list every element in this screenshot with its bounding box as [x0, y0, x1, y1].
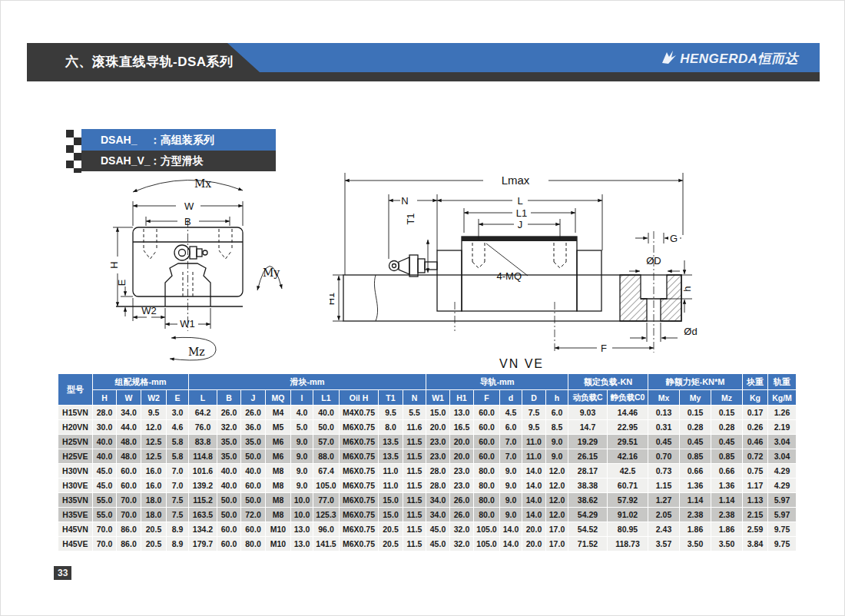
- value-cell: M6X0.75: [340, 508, 378, 522]
- value-cell: 57.0: [313, 435, 339, 449]
- col-header: Kg/M: [768, 390, 796, 405]
- col-header: 静负载C0: [608, 390, 648, 405]
- value-cell: M8: [266, 493, 290, 507]
- page-number-badge: 33: [54, 566, 71, 580]
- value-cell: 3.57: [648, 537, 679, 551]
- value-cell: 80.0: [241, 537, 265, 551]
- value-cell: 11.0: [522, 449, 545, 463]
- value-cell: 0.45: [648, 435, 679, 449]
- dim-label-w: W: [184, 200, 194, 212]
- value-cell: 5.97: [768, 493, 796, 507]
- table-row: H45VE70.086.020.58.9179.760.080.0M1013.0…: [58, 537, 796, 551]
- table-row: H30VE45.060.016.07.0139.240.060.0M89.010…: [58, 479, 796, 492]
- value-cell: 54.52: [568, 522, 607, 536]
- value-cell: 18.0: [141, 493, 166, 507]
- value-cell: 1.26: [768, 406, 796, 419]
- value-cell: 11.5: [403, 464, 426, 478]
- dim-label-t1: T1: [405, 213, 416, 224]
- value-cell: 14.0: [522, 464, 545, 478]
- value-cell: 23.0: [426, 449, 449, 463]
- value-cell: 7.0: [167, 464, 188, 478]
- dim-label-od-big: ØD: [646, 255, 661, 267]
- value-cell: M10: [266, 522, 290, 536]
- value-cell: 11.5: [403, 493, 426, 507]
- value-cell: 9.0: [291, 479, 313, 492]
- col-header: H1: [450, 390, 473, 405]
- value-cell: 36.0: [241, 420, 265, 434]
- value-cell: 28.0: [426, 464, 449, 478]
- value-cell: 9.0: [546, 435, 568, 449]
- value-cell: 10.0: [291, 493, 313, 507]
- col-header: W: [117, 390, 141, 405]
- dim-label-h: H: [108, 261, 120, 268]
- dim-label-mz: Mz: [188, 346, 205, 358]
- value-cell: 105.0: [474, 537, 499, 551]
- value-cell: 125.3: [313, 508, 339, 522]
- value-cell: 4.29: [768, 464, 796, 478]
- value-cell: M4: [266, 406, 290, 419]
- table-row: H35VE55.070.018.07.5163.550.072.0M810.01…: [58, 508, 796, 522]
- value-cell: 23.0: [450, 464, 473, 478]
- value-cell: 32.0: [217, 420, 240, 434]
- value-cell: 0.85: [680, 449, 711, 463]
- value-cell: 12.0: [546, 479, 568, 492]
- col-header: Mz: [711, 390, 742, 405]
- value-cell: 40.0: [313, 406, 339, 419]
- value-cell: 10.0: [291, 508, 313, 522]
- value-cell: 12.0: [546, 508, 568, 522]
- value-cell: 11.0: [379, 464, 403, 478]
- catalog-page: 六、滚珠直线导轨-DSA系列 HENGERDA恒而达 DSAH_：高组装系列 D…: [0, 0, 845, 616]
- value-cell: 67.4: [313, 464, 339, 478]
- value-cell: 12.0: [141, 420, 166, 434]
- value-cell: 13.5: [379, 449, 403, 463]
- dim-label-l1: L1: [516, 207, 527, 219]
- col-header: E: [167, 390, 188, 405]
- value-cell: 26.0: [217, 406, 240, 419]
- col-group-header: 块重: [743, 374, 767, 389]
- value-cell: 64.2: [189, 406, 217, 419]
- dim-label-h-depth: h: [681, 286, 693, 291]
- col-header: J: [241, 390, 265, 405]
- col-header: B: [217, 390, 240, 405]
- dim-label-g: G: [670, 233, 678, 244]
- value-cell: 5.97: [768, 508, 796, 522]
- model-cell: H15VN: [58, 406, 92, 419]
- model-cell: H35VN: [58, 493, 92, 507]
- value-cell: 60.0: [217, 522, 240, 536]
- col-header: D: [522, 390, 545, 405]
- value-cell: 45.0: [426, 537, 449, 551]
- value-cell: 1.17: [743, 479, 767, 492]
- value-cell: 1.36: [680, 479, 711, 492]
- value-cell: 14.46: [608, 406, 648, 419]
- value-cell: 9.0: [291, 464, 313, 478]
- value-cell: 115.2: [189, 493, 217, 507]
- value-cell: 4.29: [768, 479, 796, 492]
- col-header: T1: [379, 390, 403, 405]
- value-cell: 118.73: [608, 537, 648, 551]
- value-cell: 20.5: [141, 522, 166, 536]
- col-header: My: [680, 390, 711, 405]
- value-cell: 139.2: [189, 479, 217, 492]
- value-cell: 101.6: [189, 464, 217, 478]
- header-bar: 六、滚珠直线导轨-DSA系列 HENGERDA恒而达: [27, 43, 820, 81]
- value-cell: 9.75: [768, 522, 796, 536]
- value-cell: M5: [266, 420, 290, 434]
- value-cell: 105.0: [313, 479, 339, 492]
- dim-label-mq: 4-MQ: [497, 270, 522, 282]
- value-cell: 22.95: [608, 420, 648, 434]
- value-cell: 114.8: [189, 449, 217, 463]
- col-header: l: [291, 390, 313, 405]
- value-cell: 0.85: [711, 449, 742, 463]
- value-cell: 5.0: [291, 420, 313, 434]
- col-header: Oil H: [340, 390, 378, 405]
- value-cell: 32.0: [450, 537, 473, 551]
- value-cell: 26.15: [568, 449, 607, 463]
- value-cell: 3.0: [167, 406, 188, 419]
- col-header: h: [546, 390, 568, 405]
- value-cell: 34.0: [426, 493, 449, 507]
- checker-decoration-icon: [66, 130, 81, 173]
- value-cell: 80.0: [474, 508, 499, 522]
- value-cell: 60.0: [474, 435, 499, 449]
- series-high-assembly: DSAH_：高组装系列: [81, 129, 276, 151]
- value-cell: 7.5: [167, 508, 188, 522]
